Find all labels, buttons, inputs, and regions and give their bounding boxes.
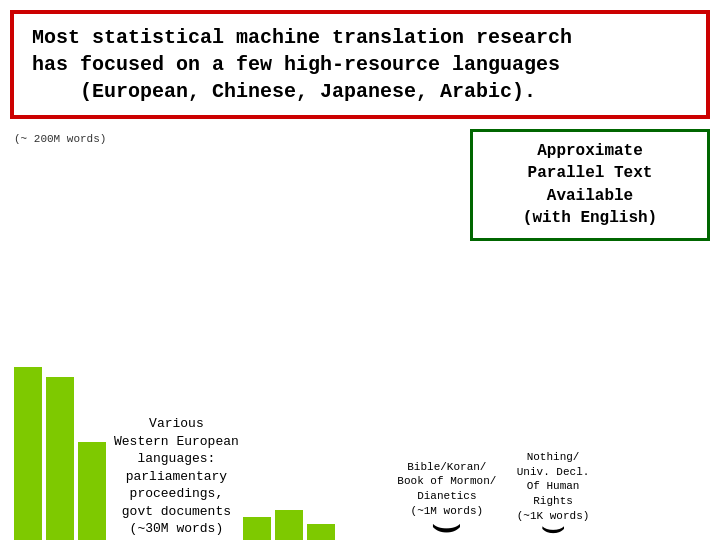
curly-brace-rights: ⌣ (540, 516, 566, 536)
bar-col-german (243, 517, 271, 540)
bar-finnish (307, 524, 335, 540)
bar-col-chinese (14, 367, 42, 540)
rights-group: Nothing/Univ. Decl.Of HumanRights(~1K wo… (514, 450, 591, 540)
main-content: ApproximateParallel Text Available(with … (10, 129, 710, 540)
western-european-annotation: VariousWestern Europeanlanguages:parliam… (114, 415, 239, 540)
chart-area: VariousWestern Europeanlanguages:parliam… (10, 147, 710, 540)
bar-arabic (78, 442, 106, 540)
bar-chinese (14, 367, 42, 540)
bar-col-french (46, 377, 74, 540)
bar-col-spanish (275, 510, 303, 540)
scale-label: (~ 200M words) (14, 133, 106, 145)
curly-brace-western: ⌣ (157, 532, 196, 540)
slide: Most statistical machine translation res… (0, 0, 720, 540)
bar-spanish (275, 510, 303, 540)
top-box: Most statistical machine translation res… (10, 10, 710, 119)
bar-group-european: ... (243, 510, 371, 540)
bible-group: Bible/Koran/Book of Mormon/Dianetics(~1M… (395, 460, 498, 540)
bar-french (46, 377, 74, 540)
curly-brace-bible: ⌣ (430, 511, 463, 536)
bar-col-finnish (307, 524, 335, 540)
bar-german (243, 517, 271, 540)
bars-area: VariousWestern Europeanlanguages:parliam… (10, 147, 710, 540)
bar-col-arabic (78, 442, 106, 540)
bar-group-main (14, 367, 106, 540)
top-text: Most statistical machine translation res… (32, 24, 688, 105)
